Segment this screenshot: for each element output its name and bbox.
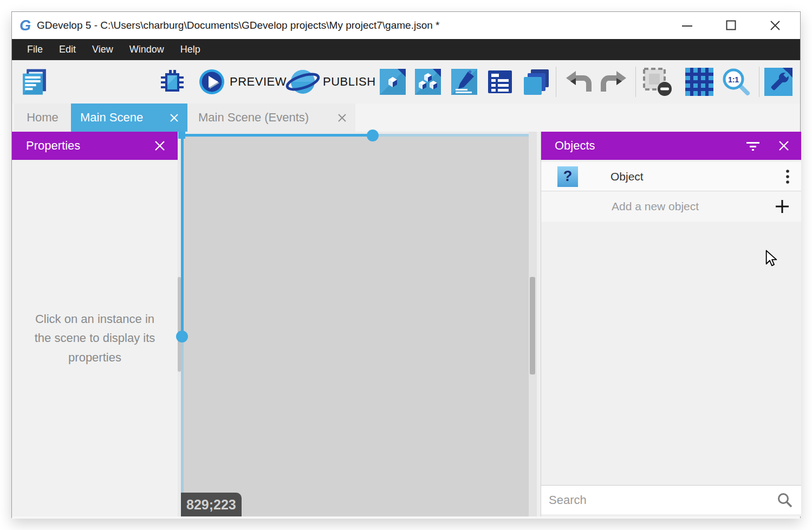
layers-icon [523,68,550,95]
close-icon [770,20,781,31]
close-button[interactable] [759,12,791,39]
minimize-icon [682,20,693,31]
canvas-right-scrollbar-thumb[interactable] [530,277,535,374]
open-settings-button[interactable] [764,68,792,96]
debug-button[interactable] [159,68,186,95]
toolbar-separator [759,67,759,97]
close-panel-icon[interactable] [778,140,789,151]
objects-title: Objects [555,139,595,153]
search-icon [777,493,792,508]
objects-search-input[interactable] [541,493,777,507]
zoom-1-1-icon: 1:1 [721,67,750,96]
toolbar-separator [556,67,556,97]
preview-play-icon [199,69,225,95]
maximize-icon [726,20,737,31]
menu-bar: File Edit View Window Help [12,39,800,60]
title-bar: G GDevelop 5 - C:\Users\charburg\Documen… [12,12,800,39]
project-manager-icon [20,67,49,97]
scene-top-border-faded [373,134,537,137]
scene-top-resize-handle[interactable] [367,130,379,141]
filter-icon[interactable] [746,140,760,151]
objects-icon [415,69,441,95]
export-scene-icon [380,69,406,95]
plus-icon[interactable] [775,199,789,214]
menu-file[interactable]: File [19,39,51,60]
undo-icon [564,70,592,94]
publish-label: PUBLISH [323,75,376,89]
layers-button[interactable] [523,68,550,95]
gdevelop-logo-icon: G [20,18,31,33]
close-tab-icon[interactable] [170,113,179,122]
tab-main-scene-events[interactable]: Main Scene (Events) [187,104,355,132]
editor-content: Properties Click on an instance in the s… [12,132,800,519]
mask-icon [642,67,673,96]
events-list-icon [487,69,513,95]
project-manager-button[interactable] [20,67,49,97]
scene-top-border [181,134,373,137]
tab-home[interactable]: Home [14,104,71,132]
zoom-reset-button[interactable]: 1:1 [721,67,750,96]
mouse-cursor [765,250,778,267]
publish-button[interactable]: PUBLISH [285,66,376,98]
maximize-button[interactable] [716,12,747,39]
toggle-mask-button[interactable] [642,67,673,96]
redo-icon [600,70,628,94]
close-tab-icon[interactable] [337,113,347,122]
scene-canvas[interactable] [184,137,529,516]
toolbar: PREVIEW PUBLISH [12,60,800,104]
tab-main-scene[interactable]: Main Scene [71,104,187,132]
tab-label: Home [27,111,59,125]
menu-help[interactable]: Help [172,39,209,60]
object-name: Object [610,170,644,183]
object-thumbnail-question-icon: ? [557,166,578,187]
kebab-menu-icon[interactable] [786,170,789,184]
scene-left-border [181,134,184,337]
debug-icon [159,68,186,95]
canvas-right-scrollbar-track[interactable] [529,132,537,516]
canvas-right-gap [537,132,541,516]
add-object-label: Add a new object [612,200,699,213]
close-panel-icon[interactable] [154,140,165,151]
menu-edit[interactable]: Edit [51,39,84,60]
tab-label: Main Scene (Events) [198,111,309,125]
redo-button[interactable] [600,70,628,94]
objects-search-box [541,485,801,514]
menu-view[interactable]: View [84,39,121,60]
tools-wrench-icon [764,68,792,96]
objects-panel: Objects ? Object [541,132,801,516]
edit-scene-button[interactable] [451,69,477,95]
add-object-row[interactable]: Add a new object [541,191,801,222]
scene-left-border-faded [181,337,184,516]
properties-header: Properties [12,132,178,160]
export-scene-button[interactable] [380,69,406,95]
tab-bar: Home Main Scene Main Scene (Events) [12,104,800,132]
publish-globe-icon [285,66,320,98]
window-title: GDevelop 5 - C:\Users\charburg\Documents… [37,20,439,31]
objects-editor-button[interactable] [415,69,441,95]
app-window: G GDevelop 5 - C:\Users\charburg\Documen… [11,11,801,518]
minimize-button[interactable] [672,12,703,39]
preview-label: PREVIEW [230,75,287,89]
menu-window[interactable]: Window [121,39,172,60]
edit-scene-icon [451,69,477,95]
events-sheet-button[interactable] [487,69,513,95]
svg-text:1:1: 1:1 [728,75,739,84]
properties-panel: Properties Click on an instance in the s… [12,132,178,516]
toolbar-separator [635,67,636,97]
objects-header: Objects [541,132,801,160]
preview-button[interactable]: PREVIEW [199,69,287,95]
object-list-item[interactable]: ? Object [541,162,801,191]
properties-title: Properties [26,139,80,153]
grid-icon [685,68,713,96]
cursor-coordinates-badge: 829;223 [181,493,242,516]
scene-left-resize-handle[interactable] [176,331,188,342]
undo-button[interactable] [564,70,592,94]
toggle-grid-button[interactable] [685,68,713,96]
tab-label: Main Scene [80,111,143,125]
properties-empty-message: Click on an instance in the scene to dis… [25,309,164,367]
scene-canvas-zone: 829;223 [178,132,541,516]
